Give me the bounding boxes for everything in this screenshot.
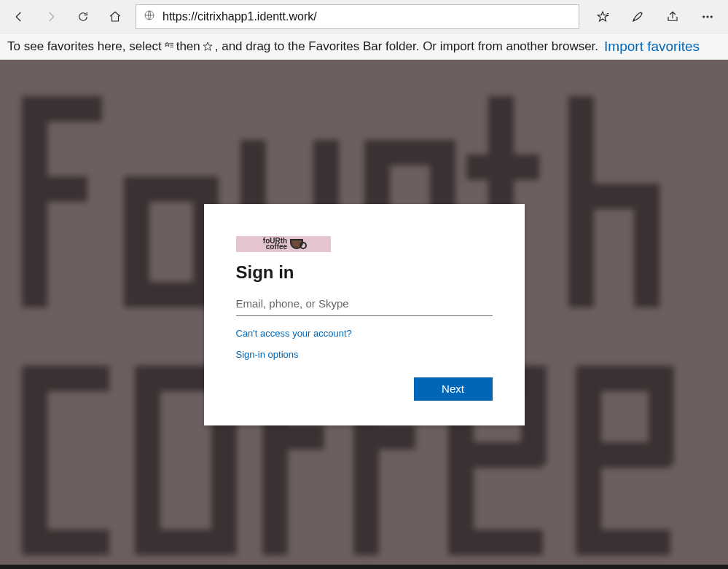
import-favorites-link[interactable]: Import favorites [604, 39, 700, 55]
refresh-button[interactable] [67, 3, 99, 31]
signin-options-link[interactable]: Sign-in options [236, 349, 493, 360]
back-button[interactable] [3, 3, 35, 31]
star-icon [202, 41, 214, 52]
brand-logo: foURth coffee [236, 236, 331, 252]
globe-icon [144, 9, 163, 24]
cant-access-link[interactable]: Can't access your account? [236, 328, 493, 339]
star-list-icon [163, 41, 175, 52]
favorites-button[interactable] [585, 3, 620, 31]
brand-logo-text: foURth coffee [263, 238, 287, 250]
svg-point-2 [707, 15, 708, 17]
more-button[interactable] [690, 3, 725, 31]
page-content: foURth coffee Sign in Can't access your … [0, 60, 728, 569]
home-button[interactable] [99, 3, 131, 31]
browser-toolbar [0, 0, 728, 34]
footer-bar [0, 565, 728, 569]
url-input[interactable] [163, 10, 571, 23]
favorites-bar: To see favorites here, select then , and… [0, 34, 728, 60]
favbar-text-b: then [176, 39, 200, 54]
signin-title: Sign in [236, 262, 493, 283]
address-bar[interactable] [136, 4, 579, 29]
coffee-cup-icon [290, 239, 303, 249]
share-button[interactable] [655, 3, 690, 31]
forward-button [35, 3, 67, 31]
username-input[interactable] [236, 293, 493, 316]
signin-card: foURth coffee Sign in Can't access your … [204, 204, 525, 425]
toolbar-right [585, 3, 725, 31]
signin-actions: Next [236, 377, 493, 401]
notes-button[interactable] [620, 3, 655, 31]
svg-point-3 [711, 15, 712, 17]
favbar-text-a: To see favorites here, select [7, 39, 162, 54]
svg-point-1 [703, 15, 705, 17]
next-button[interactable]: Next [414, 377, 493, 401]
favbar-text-c: , and drag to the Favorites Bar folder. … [215, 39, 598, 54]
